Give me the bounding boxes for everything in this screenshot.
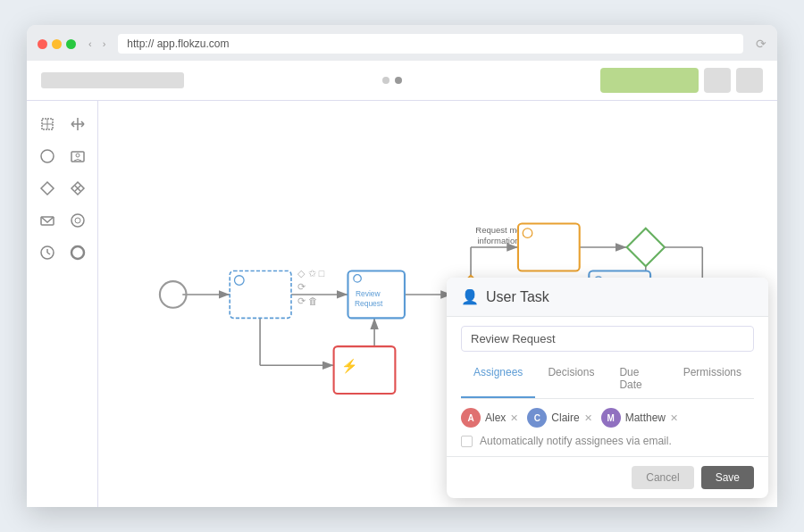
notify-checkbox[interactable] (461, 436, 473, 447)
cancel-button[interactable]: Cancel (632, 466, 693, 489)
notify-row: Automatically notify assignees via email… (461, 435, 754, 447)
tab-permissions[interactable]: Permissions (671, 361, 754, 398)
publish-button[interactable] (600, 68, 699, 93)
app-toolbar (27, 61, 777, 101)
svg-text:✩: ✩ (308, 268, 316, 278)
traffic-lights (38, 39, 76, 49)
svg-point-41 (160, 281, 187, 308)
address-bar[interactable]: http:// app.flokzu.com (118, 34, 743, 54)
remove-matthew[interactable]: ✕ (670, 412, 678, 424)
tool-row-3 (34, 176, 90, 201)
reload-button[interactable]: ⟳ (756, 37, 766, 51)
user-task-tool[interactable] (65, 144, 90, 169)
svg-text:⟳: ⟳ (297, 281, 306, 292)
svg-text:◇: ◇ (297, 268, 306, 278)
tool-row-5 (34, 240, 90, 265)
svg-rect-42 (230, 270, 291, 318)
avatar-claire: C (527, 408, 547, 428)
svg-text:□: □ (319, 268, 325, 278)
subprocess-tool[interactable] (65, 208, 90, 233)
browser-chrome: ‹ › http:// app.flokzu.com ⟳ (27, 25, 777, 61)
svg-marker-59 (627, 229, 665, 266)
tool-row-2 (34, 144, 90, 169)
save-button[interactable]: Save (701, 466, 754, 489)
toolbar-title-bar (41, 72, 184, 88)
svg-text:Request: Request (355, 299, 383, 308)
notify-label: Automatically notify assignees via email… (480, 435, 672, 447)
svg-text:Review: Review (356, 289, 381, 298)
action-button-2[interactable] (736, 68, 763, 93)
svg-line-21 (47, 253, 50, 254)
user-task-icon: 👤 (461, 288, 479, 305)
task-name-input[interactable] (461, 326, 754, 352)
svg-marker-12 (41, 182, 54, 195)
user-task-panel: 👤 User Task Assignees Decisions Due Date… (447, 278, 768, 498)
traffic-light-green[interactable] (66, 39, 76, 49)
browser-window: ‹ › http:// app.flokzu.com ⟳ (27, 25, 777, 507)
svg-text:🗑: 🗑 (308, 295, 318, 306)
panel-footer: Cancel Save (447, 456, 768, 498)
panel-header: 👤 User Task (447, 278, 768, 317)
nav-arrows: ‹ › (85, 37, 109, 51)
url-text: http:// app.flokzu.com (127, 37, 229, 50)
tab-due-date[interactable]: Due Date (607, 361, 670, 398)
assignee-name-alex: Alex (485, 411, 506, 424)
timer-tool[interactable] (35, 240, 60, 265)
sidebar-tools (27, 101, 98, 507)
main-content: Approve Request more information Reject … (27, 101, 777, 507)
svg-point-11 (76, 154, 80, 157)
cursor-tool[interactable] (35, 112, 60, 137)
action-button-1[interactable] (704, 68, 731, 93)
panel-tabs: Assignees Decisions Due Date Permissions (461, 361, 754, 399)
tab-assignees[interactable]: Assignees (461, 361, 535, 398)
svg-point-18 (75, 218, 80, 223)
forward-button[interactable]: › (99, 37, 110, 51)
canvas-area[interactable]: Approve Request more information Reject … (98, 101, 777, 507)
back-button[interactable]: ‹ (85, 37, 96, 51)
svg-rect-57 (518, 224, 580, 271)
remove-claire[interactable]: ✕ (584, 412, 592, 424)
traffic-light-red[interactable] (38, 39, 47, 49)
svg-point-9 (41, 150, 54, 162)
resize-tool[interactable] (65, 112, 90, 137)
svg-text:information: information (477, 236, 519, 245)
traffic-light-yellow[interactable] (52, 39, 62, 49)
assignees-row: A Alex ✕ C Claire ✕ M Matthew ✕ (461, 408, 754, 428)
svg-text:⚡: ⚡ (341, 358, 358, 374)
toolbar-actions (600, 68, 763, 93)
tab-decisions[interactable]: Decisions (535, 361, 607, 398)
assignee-name-matthew: Matthew (625, 411, 666, 424)
toolbar-dot-1 (382, 77, 389, 84)
panel-body: Assignees Decisions Due Date Permissions… (447, 317, 768, 456)
tool-row-1 (34, 112, 90, 137)
remove-alex[interactable]: ✕ (510, 412, 518, 424)
avatar-matthew: M (601, 408, 621, 428)
assignee-name-claire: Claire (551, 411, 579, 424)
toolbar-dot-2 (395, 77, 402, 84)
panel-title: User Task (486, 289, 549, 305)
avatar-alex: A (461, 408, 481, 428)
assignee-matthew: M Matthew ✕ (601, 408, 678, 428)
tool-row-4 (34, 208, 90, 233)
toolbar-dots (193, 77, 591, 84)
gateway-tool[interactable] (35, 176, 60, 201)
svg-point-22 (71, 246, 84, 259)
gateway-filled-tool[interactable] (65, 176, 90, 201)
message-tool[interactable] (35, 208, 60, 233)
svg-text:⟳: ⟳ (297, 295, 306, 306)
start-event-tool[interactable] (35, 144, 60, 169)
assignee-alex: A Alex ✕ (461, 408, 518, 428)
end-event-tool[interactable] (65, 240, 90, 265)
svg-point-17 (71, 214, 84, 227)
assignee-claire: C Claire ✕ (527, 408, 591, 428)
